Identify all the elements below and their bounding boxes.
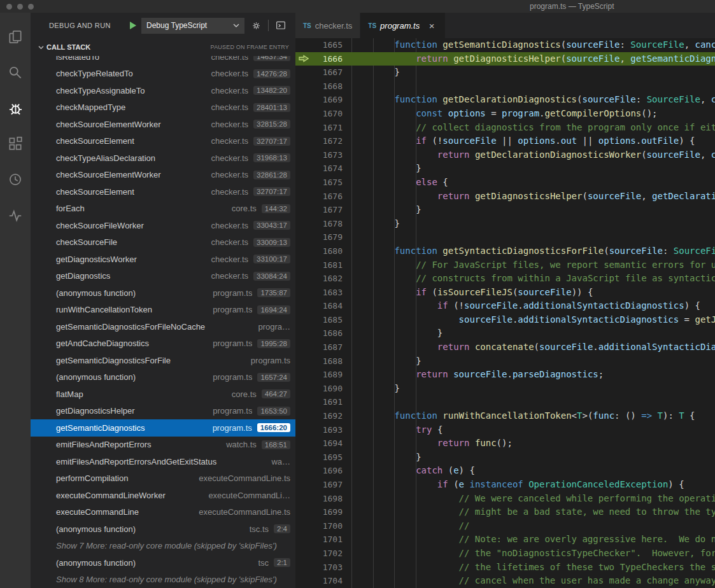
line-number[interactable]: 1687: [312, 340, 343, 354]
code-line[interactable]: 1669 function getDeclarationDiagnostics(…: [295, 93, 715, 107]
call-stack-frame[interactable]: performCompilationexecuteCommandLine.ts: [31, 470, 295, 487]
code-line[interactable]: 1677 }: [295, 203, 715, 217]
code-line[interactable]: 1671 // collect diagnostics from the pro…: [295, 121, 715, 135]
line-number[interactable]: 1695: [312, 451, 343, 465]
line-number[interactable]: 1700: [312, 519, 343, 533]
code-line[interactable]: 1696 catch (e) {: [295, 464, 715, 478]
start-debug-button[interactable]: [130, 22, 136, 29]
code-line[interactable]: 1687 return concatenate(sourceFile.addit…: [295, 340, 715, 354]
call-stack-frame[interactable]: getDiagnosticschecker.ts33084:24: [31, 268, 295, 285]
call-stack-show-more[interactable]: Show 8 More: read-only core module (skip…: [31, 571, 295, 588]
glyph-margin[interactable]: [295, 203, 312, 217]
code-line[interactable]: 1693 try {: [295, 423, 715, 437]
line-number[interactable]: 1665: [312, 38, 343, 52]
glyph-margin[interactable]: [295, 574, 312, 588]
code-line[interactable]: 1690 }: [295, 382, 715, 396]
line-number[interactable]: 1691: [312, 395, 343, 409]
call-stack-frame[interactable]: isRelatedTochecker.ts14637:34: [31, 56, 295, 66]
line-number[interactable]: 1667: [312, 66, 343, 80]
call-stack-frame[interactable]: checkSourceElementWorkerchecker.ts32861:…: [31, 167, 295, 184]
code-line[interactable]: 1683 if (isSourceFileJS(sourceFile)) {: [295, 286, 715, 300]
line-number[interactable]: 1689: [312, 368, 343, 382]
glyph-margin[interactable]: [295, 258, 312, 272]
glyph-margin[interactable]: [295, 230, 312, 244]
code-line[interactable]: 1691: [295, 395, 715, 409]
code-line[interactable]: 1674 }: [295, 162, 715, 176]
glyph-margin[interactable]: [295, 354, 312, 368]
glyph-margin[interactable]: [295, 382, 312, 396]
line-number[interactable]: 1676: [312, 190, 343, 204]
gear-icon[interactable]: [251, 20, 262, 31]
call-stack-frame[interactable]: (anonymous function)tsc2:1: [31, 554, 295, 571]
glyph-margin[interactable]: [295, 464, 312, 478]
glyph-margin[interactable]: [295, 561, 312, 575]
code-line[interactable]: 1665 function getSemanticDiagnostics(sou…: [295, 38, 715, 52]
line-number[interactable]: 1683: [312, 286, 343, 300]
call-stack-frame[interactable]: checkTypeAliasDeclarationchecker.ts31968…: [31, 150, 295, 167]
code-line[interactable]: 1672 if (!sourceFile || options.out || o…: [295, 134, 715, 148]
line-number[interactable]: 1672: [312, 134, 343, 148]
glyph-margin[interactable]: [295, 478, 312, 492]
call-stack-frame[interactable]: checkTypeAssignableTochecker.ts13482:20: [31, 82, 295, 99]
tab-program-ts[interactable]: TSprogram.ts×: [360, 13, 446, 38]
code-line[interactable]: 1681 // For JavaScript files, we report …: [295, 258, 715, 272]
call-stack-frame[interactable]: getDiagnosticsHelperprogram.ts1653:50: [31, 403, 295, 420]
glyph-margin[interactable]: [295, 148, 312, 162]
call-stack-header[interactable]: CALL STACK PAUSED ON FRAME ENTRY: [31, 38, 295, 56]
call-stack-frame[interactable]: executeCommandLineexecuteCommandLine.ts: [31, 504, 295, 521]
call-stack-frame[interactable]: checkTypeRelatedTochecker.ts14276:28: [31, 66, 295, 83]
glyph-margin[interactable]: [295, 217, 312, 231]
code-line[interactable]: 1694 return func();: [295, 437, 715, 451]
line-number[interactable]: 1701: [312, 533, 343, 547]
code-line[interactable]: 1684 if (!sourceFile.additionalSyntactic…: [295, 299, 715, 313]
clock-icon[interactable]: [0, 162, 31, 197]
glyph-margin[interactable]: [295, 244, 312, 258]
code-line[interactable]: 1680 function getSyntacticDiagnosticsFor…: [295, 244, 715, 258]
glyph-margin[interactable]: [295, 519, 312, 533]
line-number[interactable]: 1690: [312, 382, 343, 396]
code-line[interactable]: 1692 function runWithCancellationToken<T…: [295, 409, 715, 423]
call-stack-frame[interactable]: checkSourceElementchecker.ts32707:17: [31, 183, 295, 200]
code-line[interactable]: 1685 sourceFile.additionalSyntacticDiagn…: [295, 313, 715, 327]
glyph-margin[interactable]: [295, 80, 312, 94]
glyph-margin[interactable]: [295, 313, 312, 327]
glyph-margin[interactable]: [295, 272, 312, 286]
line-number[interactable]: 1696: [312, 464, 343, 478]
glyph-margin[interactable]: [295, 437, 312, 451]
line-number[interactable]: 1704: [312, 574, 343, 588]
glyph-margin[interactable]: [295, 340, 312, 354]
glyph-margin[interactable]: [295, 176, 312, 190]
call-stack-frame[interactable]: checkSourceElementWorkerchecker.ts32815:…: [31, 116, 295, 133]
line-number[interactable]: 1688: [312, 354, 343, 368]
code-line[interactable]: 1688 }: [295, 354, 715, 368]
line-number[interactable]: 1669: [312, 93, 343, 107]
call-stack-frame[interactable]: (anonymous function)program.ts1735:87: [31, 284, 295, 302]
code-line[interactable]: 1673 return getDeclarationDiagnosticsWor…: [295, 148, 715, 162]
window-close-button[interactable]: [6, 4, 12, 10]
line-number[interactable]: 1670: [312, 107, 343, 121]
line-number[interactable]: 1681: [312, 258, 343, 272]
call-stack-frame[interactable]: getSemanticDiagnosticsForFileprogram.ts: [31, 352, 295, 369]
search-icon[interactable]: [0, 55, 31, 90]
tab-checker-ts[interactable]: TSchecker.ts: [295, 13, 360, 38]
glyph-margin[interactable]: [295, 533, 312, 547]
glyph-margin[interactable]: [295, 505, 312, 519]
code-line[interactable]: 1686 }: [295, 326, 715, 340]
glyph-margin[interactable]: [295, 409, 312, 423]
line-number[interactable]: 1682: [312, 272, 343, 286]
call-stack-frame[interactable]: getSemanticDiagnosticsprogram.ts1666:20: [31, 419, 295, 437]
call-stack-frame[interactable]: forEachcore.ts144:32: [31, 200, 295, 218]
call-stack-frame[interactable]: checkSourceElementchecker.ts32707:17: [31, 133, 295, 150]
code-line[interactable]: 1668: [295, 80, 715, 94]
glyph-margin[interactable]: [295, 492, 312, 506]
debug-config-dropdown[interactable]: Debug TypeScript: [141, 18, 244, 34]
call-stack-frame[interactable]: getAndCacheDiagnosticsprogram.ts1995:28: [31, 335, 295, 353]
call-stack-frame[interactable]: flatMapcore.ts464:27: [31, 386, 295, 403]
code-line[interactable]: 1670 const options = program.getCompiler…: [295, 107, 715, 121]
code-line[interactable]: 1704 // cancel when the user has made a …: [295, 574, 715, 588]
line-number[interactable]: 1674: [312, 162, 343, 176]
line-number[interactable]: 1673: [312, 148, 343, 162]
code-line[interactable]: 1689 return sourceFile.parseDiagnostics;: [295, 368, 715, 382]
code-line[interactable]: 1699 // might be a bad state, we need to…: [295, 505, 715, 519]
current-frame-arrow-icon[interactable]: [295, 52, 312, 66]
